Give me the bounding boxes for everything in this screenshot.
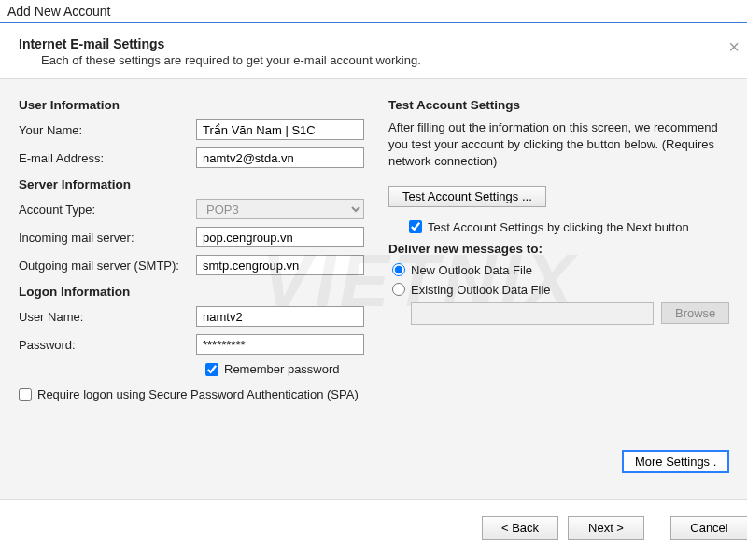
remember-password-checkbox[interactable] xyxy=(205,363,218,376)
cancel-button[interactable]: Cancel xyxy=(670,516,747,540)
test-next-checkbox[interactable] xyxy=(409,220,422,233)
email-input[interactable] xyxy=(196,147,364,168)
header-title: Internet E-mail Settings xyxy=(19,36,728,51)
deliver-title: Deliver new messages to: xyxy=(388,242,729,256)
outgoing-input[interactable] xyxy=(196,255,364,275)
your-name-input[interactable] xyxy=(196,119,364,140)
logon-info-title: Logon Information xyxy=(19,285,364,299)
browse-button: Browse xyxy=(661,302,729,324)
remember-password-label: Remember password xyxy=(224,362,340,376)
server-info-title: Server Information xyxy=(19,177,364,191)
test-next-label: Test Account Settings by clicking the Ne… xyxy=(428,220,689,234)
existing-pst-label: Existing Outlook Data File xyxy=(411,283,551,297)
existing-pst-radio[interactable] xyxy=(392,283,405,296)
close-icon[interactable]: × xyxy=(728,36,740,58)
spa-checkbox[interactable] xyxy=(19,388,32,401)
incoming-label: Incoming mail server: xyxy=(19,231,196,245)
new-pst-label: New Outlook Data File xyxy=(411,263,532,277)
window-title: Add New Account xyxy=(0,0,747,23)
username-input[interactable] xyxy=(196,306,364,327)
outgoing-label: Outgoing mail server (SMTP): xyxy=(19,259,196,273)
back-button[interactable]: < Back xyxy=(482,516,558,540)
test-account-info: After filling out the information on thi… xyxy=(388,119,729,171)
account-type-label: Account Type: xyxy=(19,203,196,217)
new-pst-radio[interactable] xyxy=(392,263,405,276)
test-account-title: Test Account Settings xyxy=(388,98,729,112)
password-input[interactable] xyxy=(196,334,364,355)
username-label: User Name: xyxy=(19,310,196,324)
test-account-button[interactable]: Test Account Settings ... xyxy=(388,186,546,207)
email-label: E-mail Address: xyxy=(19,151,196,165)
password-label: Password: xyxy=(19,338,196,352)
next-button[interactable]: Next > xyxy=(568,516,644,540)
account-type-select: POP3 xyxy=(196,199,364,219)
your-name-label: Your Name: xyxy=(19,123,196,137)
spa-label: Require logon using Secure Password Auth… xyxy=(37,387,359,401)
user-info-title: User Information xyxy=(19,98,364,112)
existing-path-input xyxy=(411,302,654,325)
header-subtitle: Each of these settings are required to g… xyxy=(41,53,728,67)
incoming-input[interactable] xyxy=(196,227,364,247)
more-settings-button[interactable]: More Settings . xyxy=(622,450,729,473)
